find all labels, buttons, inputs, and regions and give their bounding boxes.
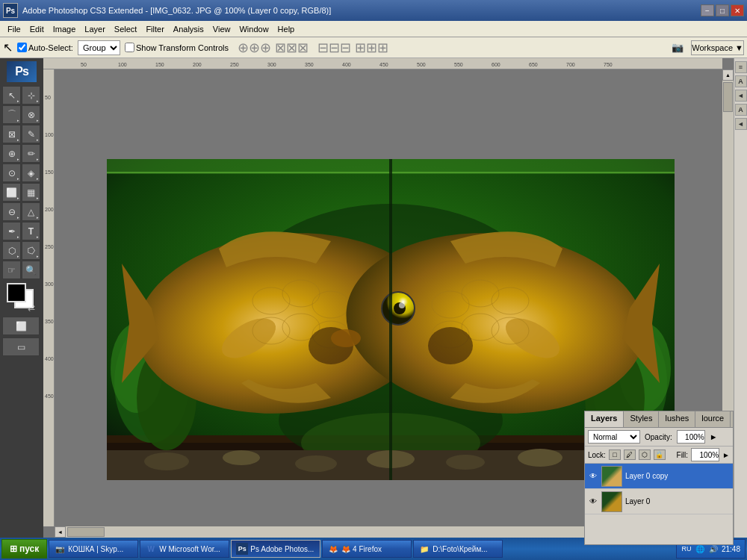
right-tool-4[interactable]: A [735, 104, 747, 116]
menu-filter[interactable]: Filter [141, 23, 168, 35]
maximize-button[interactable]: □ [716, 4, 729, 16]
svg-text:700: 700 [566, 62, 575, 67]
photoshop-taskbar-icon: Ps [236, 543, 248, 555]
layers-list: 👁 Layer 0 copy 👁 Layer 0 [585, 464, 733, 514]
layers-panel: Layers Styles lushes lource Normal Multi… [584, 411, 734, 545]
show-transform-label: Show Transform Controls [125, 43, 229, 52]
tab-styles[interactable]: Styles [624, 411, 659, 427]
start-label: пуск [19, 544, 39, 554]
lock-transparent-btn[interactable]: □ [609, 449, 621, 460]
show-transform-checkbox[interactable] [125, 43, 134, 52]
taskbar-skype-btn[interactable]: 📷 КОШКА | Skyp... [49, 540, 138, 558]
folder-label: D:\Foto\Крейм... [433, 545, 487, 553]
svg-text:350: 350 [45, 319, 54, 324]
quick-mask-tool[interactable]: ⬜ [2, 317, 40, 335]
menu-edit[interactable]: Edit [25, 23, 49, 35]
hand-tool[interactable]: ☞ [2, 261, 21, 279]
layer-name-copy: Layer 0 copy [625, 472, 730, 480]
scroll-up-button[interactable]: ▲ [722, 69, 734, 81]
taskbar-photoshop-btn[interactable]: Ps Ps Adobe Photos... [231, 540, 320, 558]
select-tool[interactable]: ⊹▸ [22, 86, 40, 105]
magic-wand-tool[interactable]: ⊗▸ [22, 105, 40, 124]
blur-tool[interactable]: △▸ [22, 202, 40, 221]
menu-analysis[interactable]: Analysis [169, 23, 208, 35]
opacity-arrow[interactable]: ► [710, 432, 718, 441]
horizontal-ruler: 50 100 150 200 250 300 350 400 450 500 5… [43, 58, 722, 69]
layers-tabs: Layers Styles lushes lource [585, 411, 733, 428]
tab-layers[interactable]: Layers [585, 411, 624, 427]
photoshop-label: Ps Adobe Photos... [250, 545, 314, 553]
layer-visibility-copy[interactable]: 👁 [588, 471, 598, 482]
ru-lang-icon[interactable]: RU [681, 544, 692, 554]
menu-file[interactable]: File [3, 23, 25, 35]
layer-row-0[interactable]: 👁 Layer 0 [585, 489, 733, 514]
right-tool-1[interactable]: ≡ [735, 61, 747, 73]
eraser-tool[interactable]: ⬜▸ [2, 183, 21, 202]
right-tool-5[interactable]: ◄ [735, 118, 747, 130]
svg-text:200: 200 [45, 207, 54, 212]
right-tool-3[interactable]: ◄ [735, 90, 747, 102]
volume-icon[interactable]: 🔊 [708, 544, 719, 554]
tab-brushes[interactable]: lushes [659, 411, 695, 427]
firefox-label: 🦊 4 Firefox [341, 545, 382, 553]
gradient-tool[interactable]: ▦▸ [22, 183, 40, 202]
svg-point-72 [518, 449, 562, 467]
scroll-left-button[interactable]: ◄ [55, 526, 66, 538]
lock-all-btn[interactable]: 🔒 [654, 449, 666, 460]
right-tool-2[interactable]: A [735, 75, 747, 87]
zoom-tool[interactable]: 🔍 [22, 261, 40, 279]
taskbar-folder-btn[interactable]: 📁 D:\Foto\Крейм... [413, 540, 503, 558]
blend-mode-dropdown[interactable]: Normal Multiply Screen [588, 430, 640, 444]
svg-text:400: 400 [342, 62, 351, 67]
tool-row-extra: ⬜ [2, 317, 41, 335]
dodge-tool[interactable]: ⊖▸ [2, 202, 21, 221]
pen-tool[interactable]: ✒▸ [2, 222, 21, 240]
layer-visibility-0[interactable]: 👁 [588, 497, 598, 507]
opacity-input[interactable] [677, 430, 705, 444]
menu-select[interactable]: Select [110, 23, 142, 35]
menu-view[interactable]: View [208, 23, 235, 35]
tool-row-8: ✒▸ T▸ [2, 222, 41, 240]
tab-source[interactable]: lource [695, 411, 731, 427]
foreground-color-swatch[interactable] [7, 283, 26, 302]
menu-window[interactable]: Window [235, 23, 273, 35]
path-tool[interactable]: ⬡▸ [2, 241, 21, 260]
svg-text:650: 650 [529, 62, 538, 67]
history-tool[interactable]: ◈▸ [22, 164, 40, 182]
tool-row-2: ⌒▸ ⊗▸ [2, 105, 41, 124]
vertical-ruler: 50 100 150 200 250 300 350 400 450 [43, 69, 55, 526]
eyedropper-tool[interactable]: ✎▸ [22, 125, 40, 143]
lasso-tool[interactable]: ⌒▸ [2, 105, 21, 124]
fill-label: Fill: [677, 451, 689, 459]
taskbar-word-btn[interactable]: W W Microsoft Wor... [140, 540, 229, 558]
auto-select-checkbox-label: Auto-Select: [17, 43, 73, 52]
move-tool[interactable]: ↖▸ [2, 86, 21, 105]
minimize-button[interactable]: − [701, 4, 714, 16]
clone-tool[interactable]: ⊙▸ [2, 164, 21, 182]
scroll-thumb-v[interactable] [723, 82, 733, 112]
menu-layer[interactable]: Layer [80, 23, 110, 35]
shape-tool[interactable]: ⭔▸ [22, 241, 40, 260]
brush-tool[interactable]: ✏▸ [22, 144, 40, 163]
fill-arrow[interactable]: ► [722, 451, 730, 459]
type-tool[interactable]: T▸ [22, 222, 40, 240]
crop-tool[interactable]: ⊠▸ [2, 125, 21, 143]
menu-help[interactable]: Help [273, 23, 300, 35]
menu-image[interactable]: Image [49, 23, 81, 35]
close-button[interactable]: ✕ [731, 4, 744, 16]
auto-select-checkbox[interactable] [17, 43, 27, 52]
layer-row-copy[interactable]: 👁 Layer 0 copy [585, 464, 733, 489]
lock-position-btn[interactable]: ⬡ [639, 449, 651, 460]
screen-mode-tool[interactable]: ▭ [2, 337, 40, 356]
lock-pixels-btn[interactable]: 🖊 [624, 449, 636, 460]
svg-text:600: 600 [492, 62, 500, 67]
network-icon[interactable]: 🌐 [695, 544, 705, 554]
start-button[interactable]: ⊞ пуск [1, 539, 47, 559]
taskbar-firefox-btn[interactable]: 🦊 🦊 4 Firefox [322, 540, 412, 558]
fill-input[interactable] [691, 448, 719, 461]
tool-row-5: ⊙▸ ◈▸ [2, 164, 41, 182]
workspace-button[interactable]: Workspace ▼ [691, 40, 744, 55]
healing-tool[interactable]: ⊕▸ [2, 144, 21, 163]
auto-select-dropdown[interactable]: Group Layer [78, 40, 120, 55]
scroll-thumb-h[interactable] [67, 527, 105, 537]
